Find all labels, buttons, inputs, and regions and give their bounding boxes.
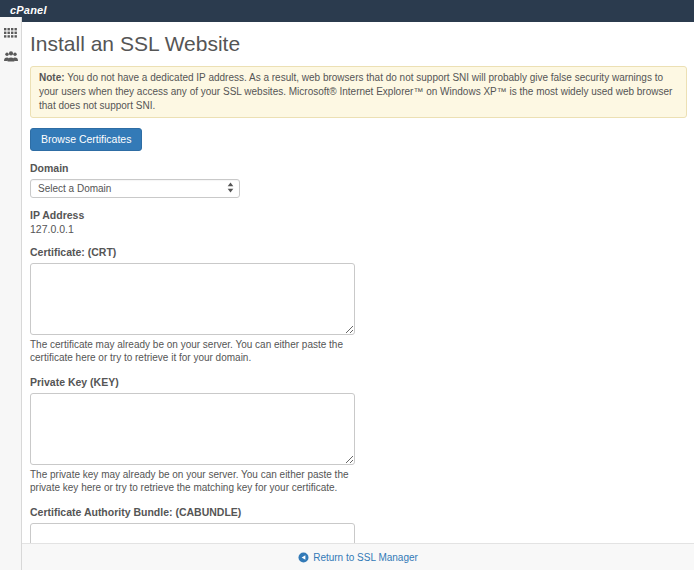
ip-address-label: IP Address [30,209,687,221]
domain-label: Domain [30,162,687,174]
private-key-label: Private Key (KEY) [30,376,687,388]
certificate-textarea[interactable] [30,263,355,335]
main-pane: Install an SSL Website Note: You do not … [22,17,694,570]
browse-certificates-button[interactable]: Browse Certificates [30,128,142,151]
certificate-label: Certificate: (CRT) [30,246,687,258]
top-header: cPanel [0,0,694,17]
ip-address-value: 127.0.0.1 [30,223,687,235]
page-footer: Return to SSL Manager [22,543,694,570]
apps-grid-icon [4,24,17,42]
private-key-help-text: The private key may already be on your s… [30,468,360,495]
cpanel-logo: cPanel [0,2,47,19]
notice-label: Note: [39,72,65,83]
ca-bundle-label: Certificate Authority Bundle: (CABUNDLE) [30,506,687,518]
return-to-ssl-manager-link[interactable]: Return to SSL Manager [298,552,418,563]
left-icon-rail [0,17,22,570]
private-key-textarea[interactable] [30,393,355,465]
user-manager-icon [4,48,18,66]
certificate-help-text: The certificate may already be on your s… [30,338,360,365]
sni-warning-notice: Note: You do not have a dedicated IP add… [30,66,687,118]
circle-back-arrow-icon [298,552,309,563]
select-stepper-icon [227,182,234,195]
sidebar-item-user-manager[interactable] [3,50,19,63]
domain-select[interactable]: Select a Domain [30,179,240,198]
sidebar-item-home[interactable] [3,26,19,39]
domain-select-value: Select a Domain [38,183,111,194]
page-title: Install an SSL Website [30,32,687,56]
return-link-label: Return to SSL Manager [313,552,418,563]
notice-text: You do not have a dedicated IP address. … [39,72,672,111]
